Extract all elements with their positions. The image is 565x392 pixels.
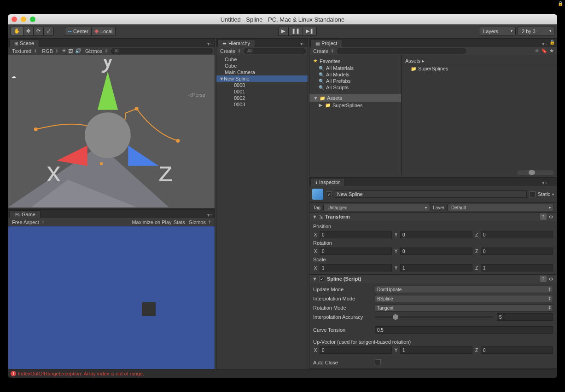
gear-icon[interactable]: ⚙ (548, 276, 554, 282)
favorite-icon[interactable]: ★ (548, 48, 555, 54)
hierarchy-search[interactable] (244, 48, 306, 54)
lock-icon[interactable]: 🔒 (549, 40, 555, 45)
interpolation-mode-dropdown[interactable]: BSpline (375, 295, 553, 302)
tag-dropdown[interactable]: Untagged (323, 204, 430, 211)
panel-menu-icon[interactable]: ▾≡ (542, 180, 548, 186)
rot-z-field[interactable] (481, 248, 553, 255)
hierarchy-create-dropdown[interactable]: Create (218, 48, 242, 54)
scene-rgb-dropdown[interactable]: RGB (40, 48, 60, 54)
project-fav-item[interactable]: 🔍All Models (309, 71, 401, 78)
game-gizmos-dropdown[interactable]: Gizmos (187, 219, 213, 225)
project-fav-item[interactable]: 🔍All Prefabs (309, 78, 401, 84)
scene-viewport[interactable]: y x z ◁Persp ☁ (8, 55, 215, 208)
hierarchy-item[interactable]: Cube (216, 63, 308, 69)
hierarchy-item[interactable]: Cube (216, 56, 308, 63)
layout-dropdown[interactable]: 2 by 3 (518, 27, 554, 36)
inspector-tab[interactable]: ℹInspector (310, 178, 345, 186)
label-icon[interactable]: 🔖 (541, 48, 548, 54)
audio-icon[interactable]: 🔊 (75, 48, 82, 54)
up-z-field[interactable] (481, 346, 553, 354)
game-tab[interactable]: 🎮Game (9, 210, 41, 218)
rotation-mode-dropdown[interactable]: Tangent (375, 304, 553, 311)
pos-z-field[interactable] (481, 231, 553, 238)
rot-x-field[interactable] (320, 248, 392, 255)
project-item[interactable]: 📁SuperSplines (402, 65, 557, 72)
perspective-label: ◁Persp (188, 92, 205, 98)
hierarchy-item[interactable]: Main Camera (216, 69, 308, 75)
window-title: Untitled - Spline - PC, Mac & Linux Stan… (221, 16, 345, 23)
rotate-tool[interactable]: ⟳ (33, 27, 43, 36)
project-search[interactable] (337, 48, 466, 54)
panel-menu-icon[interactable]: ▾≡ (542, 41, 548, 47)
hierarchy-tab[interactable]: ☰Hierarchy (217, 39, 255, 47)
spline-enabled-checkbox[interactable]: ✓ (319, 276, 325, 282)
scl-z-field[interactable] (481, 264, 553, 271)
status-bar[interactable]: ! IndexOutOfRangeException: Array index … (8, 369, 557, 378)
project-fav-item[interactable]: 🔍All Scripts (309, 84, 401, 91)
pivot-local-toggle[interactable]: ◉ Local (91, 27, 116, 36)
hand-tool[interactable]: ✋ (11, 27, 23, 36)
play-button[interactable]: ▶ (278, 27, 288, 36)
pause-button[interactable]: ❚❚ (288, 27, 303, 36)
help-icon[interactable]: ? (540, 213, 547, 220)
update-mode-dropdown[interactable]: DontUpdate (375, 286, 553, 293)
panel-menu-icon[interactable]: ▾≡ (300, 41, 306, 47)
image-icon[interactable]: 🖼 (68, 48, 73, 54)
scale-tool[interactable]: ⤢ (43, 27, 54, 36)
minimize-window-button[interactable] (21, 17, 26, 22)
gameobject-name-field[interactable] (335, 190, 527, 198)
pos-x-field[interactable] (320, 231, 392, 238)
gear-icon[interactable]: ⚙ (548, 213, 554, 220)
up-y-field[interactable] (400, 346, 472, 354)
hierarchy-item[interactable]: 0001 (216, 88, 308, 95)
autoclose-checkbox[interactable] (375, 359, 381, 365)
maximize-window-button[interactable] (30, 17, 35, 22)
svg-point-9 (85, 112, 131, 158)
game-stats-toggle[interactable]: Stats (174, 219, 185, 225)
component-foldout[interactable]: ▼ (312, 276, 317, 282)
layers-dropdown[interactable]: Layers (479, 27, 516, 36)
scene-shading-dropdown[interactable]: Textured (10, 48, 38, 54)
static-checkbox[interactable] (530, 191, 536, 197)
rot-y-field[interactable] (400, 248, 472, 255)
panel-menu-icon[interactable]: ▾≡ (207, 212, 213, 218)
orientation-gizmo[interactable]: y x z (8, 59, 211, 208)
project-tab[interactable]: ▤Project (310, 39, 342, 47)
project-fav-item[interactable]: 🔍All Materials (309, 65, 401, 71)
gameobject-enabled-checkbox[interactable]: ✓ (326, 191, 332, 197)
hierarchy-item-selected[interactable]: ▼New Spline (216, 75, 308, 82)
project-zoom-slider[interactable] (517, 170, 554, 175)
lighting-icon[interactable]: ☀ (62, 48, 66, 54)
scl-x-field[interactable] (320, 264, 392, 271)
move-tool[interactable]: ✥ (23, 27, 33, 36)
project-assets-header[interactable]: ▼📁Assets (309, 94, 401, 102)
project-breadcrumb[interactable]: Assets ▸ (402, 57, 557, 65)
hierarchy-item[interactable]: 0002 (216, 95, 308, 101)
pivot-center-toggle[interactable]: ▪▪ Center (65, 27, 91, 36)
up-x-field[interactable] (320, 346, 392, 354)
hierarchy-item[interactable]: 0000 (216, 82, 308, 88)
scene-gizmos-dropdown[interactable]: Gizmos (83, 48, 109, 54)
help-icon[interactable]: ? (540, 276, 547, 282)
game-cube (142, 302, 156, 316)
project-folder-item[interactable]: ▶📁SuperSplines (309, 102, 401, 109)
project-create-dropdown[interactable]: Create (311, 48, 335, 54)
component-foldout[interactable]: ▼ (312, 214, 317, 219)
game-viewport (8, 226, 215, 369)
scene-search[interactable] (111, 48, 213, 54)
accuracy-field[interactable] (497, 313, 553, 321)
tension-field[interactable] (375, 326, 553, 334)
game-aspect-dropdown[interactable]: Free Aspect (10, 219, 46, 225)
panel-menu-icon[interactable]: ▾≡ (207, 41, 213, 47)
step-button[interactable]: ▶❚ (303, 27, 317, 36)
pos-y-field[interactable] (400, 231, 472, 238)
layer-dropdown[interactable]: Default (447, 204, 554, 211)
search-scope-icon[interactable]: ⚛ (534, 48, 540, 54)
scene-tab[interactable]: ⊞Scene (9, 39, 39, 47)
svg-text:z: z (159, 156, 173, 187)
close-window-button[interactable] (12, 17, 17, 22)
accuracy-slider[interactable] (375, 316, 493, 318)
game-maximize-toggle[interactable]: Maximize on Play (132, 219, 171, 225)
hierarchy-item[interactable]: 0003 (216, 101, 308, 108)
scl-y-field[interactable] (400, 264, 472, 271)
